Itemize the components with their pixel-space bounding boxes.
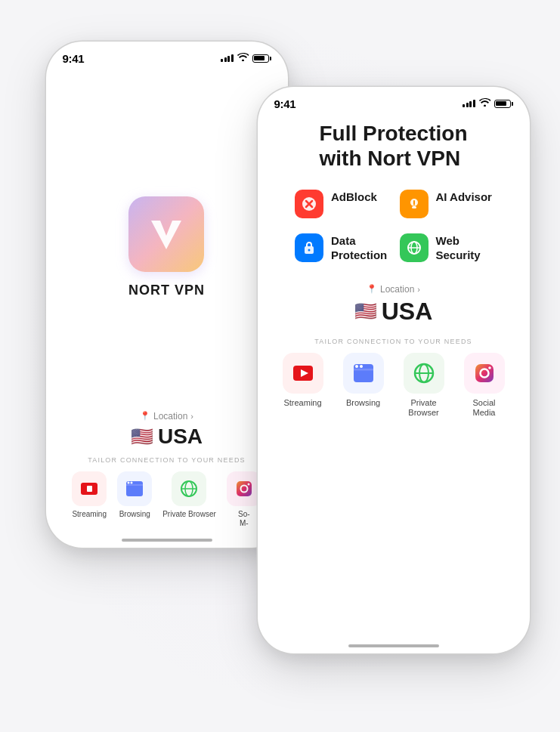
back-status-bar: 9:41: [46, 42, 288, 69]
back-location-section[interactable]: 📍 Location › 🇺🇸 USA: [131, 411, 203, 456]
front-streaming-label: Streaming: [283, 398, 321, 408]
back-status-time: 9:41: [63, 52, 85, 65]
back-location-label: 📍 Location ›: [140, 411, 193, 422]
phones-container: 9:41: [16, 26, 545, 706]
front-location-section[interactable]: 📍 Location › 🇺🇸 USA: [354, 284, 433, 326]
feature-adblock[interactable]: AdBlock: [295, 190, 387, 218]
svg-rect-2: [87, 486, 92, 492]
back-social-label: So-M-: [238, 510, 250, 528]
back-tailor-label: TAILOR CONNECTION TO YOUR NEEDS: [61, 456, 273, 464]
front-phone-content: Full Protection with Nort VPN AdBlock: [258, 115, 530, 644]
features-grid: AdBlock AI Advisor: [295, 190, 492, 263]
back-tailor-private[interactable]: Private Browser: [162, 471, 216, 528]
adblock-label: AdBlock: [331, 190, 377, 205]
back-tailor-streaming[interactable]: Streaming: [72, 471, 107, 528]
back-browsing-label: Browsing: [119, 510, 150, 519]
back-location-country: 🇺🇸 USA: [131, 425, 203, 449]
svg-rect-26: [354, 369, 373, 371]
back-signal-icon: [221, 54, 234, 62]
front-tailor-browsing[interactable]: Browsing: [343, 353, 384, 418]
front-tailor-icons: Streaming Browsing PrivateBrowser: [276, 353, 512, 418]
data-protection-icon: [295, 233, 323, 262]
back-social-icon: [227, 471, 261, 506]
front-status-bar: 9:41: [258, 87, 530, 115]
front-phone: 9:41 Full Protect: [258, 87, 530, 653]
front-social-icon: [464, 353, 505, 394]
feature-ai-advisor[interactable]: AI Advisor: [400, 190, 492, 218]
front-tailor-label: TAILOR CONNECTION TO YOUR NEEDS: [276, 338, 512, 345]
back-logo-area: NORT VPN: [128, 69, 205, 411]
web-security-icon: [400, 233, 429, 262]
svg-point-27: [355, 365, 358, 368]
back-status-icons: [221, 53, 271, 63]
svg-point-5: [128, 481, 130, 483]
back-phone: 9:41: [46, 42, 288, 548]
svg-rect-4: [126, 484, 143, 486]
vpn-logo-icon: [128, 196, 204, 272]
vpn-app-name: NORT VPN: [128, 283, 205, 298]
front-social-label: SocialMedia: [473, 398, 496, 418]
back-pin-icon: 📍: [140, 411, 150, 421]
back-battery-icon: [252, 54, 271, 63]
front-wifi-icon: [479, 98, 490, 109]
svg-point-34: [488, 366, 491, 369]
back-private-icon: [172, 471, 206, 506]
front-pin-icon: 📍: [367, 284, 377, 294]
back-home-indicator: [122, 539, 212, 542]
front-private-icon: [404, 353, 444, 394]
back-tailor-icons: Streaming Browsing Private Browser: [61, 471, 273, 528]
back-location-chevron: ›: [190, 412, 193, 421]
front-location-chevron: ›: [417, 285, 420, 294]
front-tailor-section: TAILOR CONNECTION TO YOUR NEEDS Streamin…: [276, 338, 512, 427]
ai-advisor-label: AI Advisor: [436, 190, 492, 205]
back-phone-content: NORT VPN 📍 Location › 🇺🇸 USA TAILOR CONN…: [46, 69, 288, 539]
front-battery-icon: [494, 100, 513, 108]
back-tailor-browsing[interactable]: Browsing: [117, 471, 152, 528]
adblock-icon: [295, 190, 323, 218]
back-streaming-icon: [72, 471, 107, 506]
data-protection-label: DataProtection: [331, 233, 387, 263]
protection-title: Full Protection with Nort VPN: [320, 121, 468, 171]
front-streaming-icon: [283, 353, 323, 394]
front-tailor-social[interactable]: SocialMedia: [464, 353, 505, 418]
front-location-label: 📍 Location ›: [367, 284, 420, 295]
front-status-icons: [463, 98, 513, 109]
front-browsing-label: Browsing: [346, 398, 380, 408]
feature-web-security[interactable]: WebSecurity: [400, 233, 492, 263]
front-tailor-private[interactable]: PrivateBrowser: [404, 353, 444, 418]
svg-point-17: [413, 204, 415, 205]
front-home-indicator: [348, 644, 439, 647]
front-flag-icon: 🇺🇸: [354, 301, 377, 322]
front-private-label: PrivateBrowser: [408, 398, 438, 418]
back-tailor-social[interactable]: So-M-: [227, 471, 261, 528]
front-browsing-icon: [343, 353, 384, 394]
svg-rect-15: [412, 206, 416, 208]
svg-point-19: [308, 249, 311, 251]
back-private-label: Private Browser: [162, 510, 216, 519]
back-tailor-section: TAILOR CONNECTION TO YOUR NEEDS Streamin…: [61, 456, 273, 539]
svg-point-6: [131, 481, 133, 483]
svg-point-12: [247, 483, 249, 485]
svg-marker-0: [151, 221, 181, 249]
front-tailor-streaming[interactable]: Streaming: [283, 353, 323, 418]
back-wifi-icon: [237, 53, 249, 63]
web-security-label: WebSecurity: [436, 233, 481, 263]
svg-rect-32: [475, 364, 493, 382]
ai-advisor-icon: [400, 190, 429, 218]
back-flag-icon: 🇺🇸: [131, 426, 153, 447]
back-streaming-label: Streaming: [72, 510, 107, 519]
front-signal-icon: [463, 100, 475, 107]
front-location-country: 🇺🇸 USA: [354, 298, 433, 326]
svg-point-28: [360, 365, 363, 368]
front-status-time: 9:41: [274, 97, 296, 110]
back-browsing-icon: [117, 471, 152, 506]
feature-data-protection[interactable]: DataProtection: [295, 233, 387, 263]
